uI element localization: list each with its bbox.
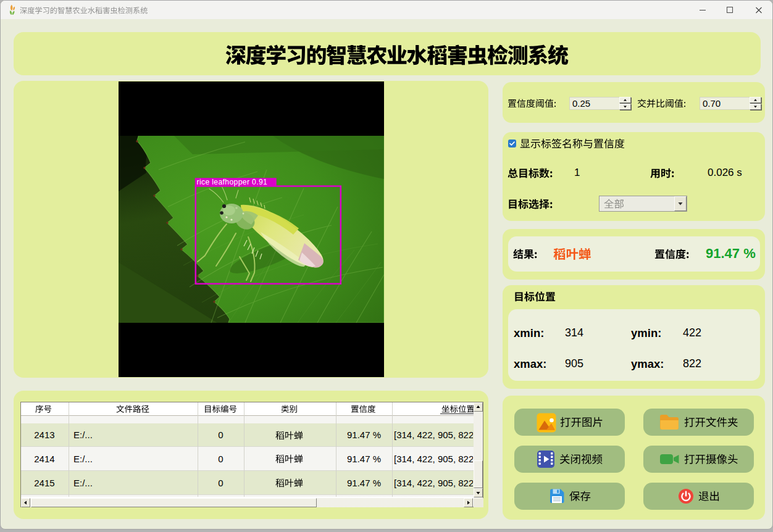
svg-text:rice leafhopper 0.91: rice leafhopper 0.91 — [197, 178, 268, 186]
